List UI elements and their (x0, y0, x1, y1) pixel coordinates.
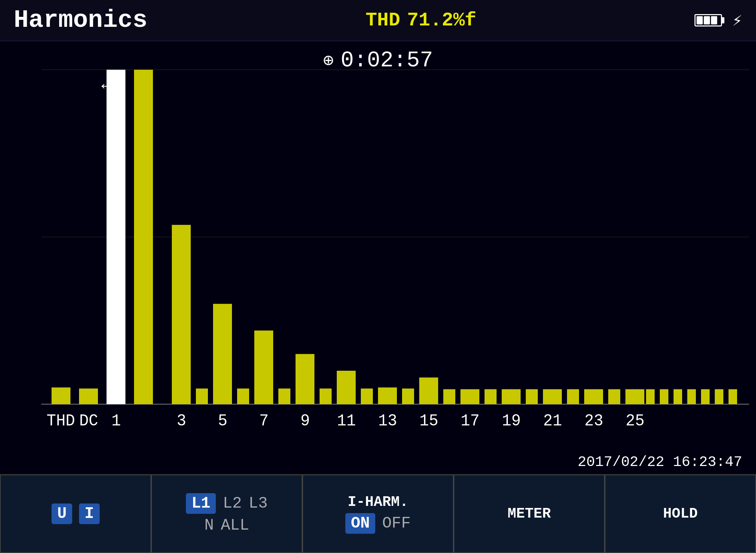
svg-text:23: 23 (584, 412, 603, 431)
svg-rect-11 (172, 225, 191, 404)
meter-label: METER (508, 506, 551, 522)
all-label: ALL (221, 517, 249, 534)
svg-rect-9 (107, 70, 125, 404)
svg-rect-32 (608, 389, 620, 404)
svg-rect-7 (52, 388, 70, 404)
svg-rect-31 (584, 389, 603, 404)
svg-text:19: 19 (502, 412, 521, 431)
ui-button[interactable]: U I (0, 475, 151, 553)
thd-label: THD (366, 9, 400, 31)
svg-rect-38 (701, 389, 710, 404)
svg-rect-33 (625, 389, 644, 404)
svg-rect-15 (254, 330, 273, 404)
svg-text:THD: THD (47, 412, 75, 431)
hold-label: HOLD (663, 506, 698, 522)
chart-area: ⊕ 0:02:57 -100% -50% ↔ (0, 41, 756, 474)
phase-button[interactable]: L1 L2 L3 N ALL (151, 475, 302, 553)
n-label: N (204, 517, 214, 534)
svg-rect-27 (502, 389, 521, 404)
svg-rect-40 (729, 389, 737, 404)
svg-rect-19 (337, 371, 356, 404)
iharm-label: I-HARM. (348, 494, 408, 510)
svg-rect-28 (526, 389, 538, 404)
svg-rect-37 (687, 389, 696, 404)
svg-text:15: 15 (419, 412, 438, 431)
svg-rect-26 (485, 389, 497, 404)
header: Harmonics THD 71.2%f ⚡ (0, 0, 756, 41)
svg-text:21: 21 (543, 412, 562, 431)
l2-label: L2 (223, 495, 242, 512)
svg-rect-23 (419, 378, 438, 404)
l3-label: L3 (249, 495, 268, 512)
thd-value: 71.2%f (407, 9, 477, 31)
svg-text:1: 1 (111, 412, 121, 431)
svg-rect-24 (443, 389, 455, 404)
u-label: U (52, 503, 72, 524)
battery-icon (694, 14, 722, 26)
svg-text:7: 7 (259, 412, 269, 431)
i-label: I (79, 503, 100, 524)
svg-rect-30 (567, 389, 579, 404)
svg-rect-39 (715, 389, 723, 404)
svg-text:DC: DC (79, 412, 98, 431)
on-label: ON (345, 513, 375, 534)
svg-rect-12 (196, 389, 208, 404)
svg-text:5: 5 (218, 412, 227, 431)
svg-rect-36 (674, 389, 682, 404)
l1-label: L1 (186, 493, 216, 514)
svg-rect-21 (378, 388, 397, 404)
thd-display: THD 71.2%f (147, 9, 694, 31)
svg-rect-34 (646, 389, 655, 404)
iharm-button[interactable]: I-HARM. ON OFF (302, 475, 454, 553)
svg-text:17: 17 (460, 412, 479, 431)
svg-rect-13 (213, 304, 232, 404)
harmonics-chart: -100% -50% ↔ (41, 41, 749, 433)
power-plug-icon: ⚡ (732, 10, 742, 31)
svg-text:11: 11 (337, 412, 356, 431)
svg-rect-8 (79, 389, 98, 404)
header-right: ⚡ (694, 10, 742, 31)
off-label: OFF (382, 514, 411, 532)
svg-text:3: 3 (177, 412, 186, 431)
svg-rect-10 (134, 70, 153, 404)
svg-rect-14 (237, 389, 249, 404)
svg-text:13: 13 (378, 412, 397, 431)
svg-rect-16 (278, 389, 290, 404)
svg-rect-18 (320, 389, 332, 404)
svg-rect-20 (361, 389, 373, 404)
hold-button[interactable]: HOLD (605, 475, 756, 553)
date-display: 2017/02/22 16:23:47 (578, 454, 742, 470)
svg-rect-22 (402, 389, 414, 404)
svg-rect-25 (460, 389, 479, 404)
meter-button[interactable]: METER (454, 475, 605, 553)
svg-text:25: 25 (625, 412, 644, 431)
toolbar: U I L1 L2 L3 N ALL I-HARM. ON OFF METER … (0, 474, 756, 553)
svg-rect-35 (660, 389, 668, 404)
svg-rect-29 (543, 389, 562, 404)
svg-text:9: 9 (300, 412, 310, 431)
page-title: Harmonics (14, 6, 147, 34)
svg-rect-17 (296, 354, 314, 404)
